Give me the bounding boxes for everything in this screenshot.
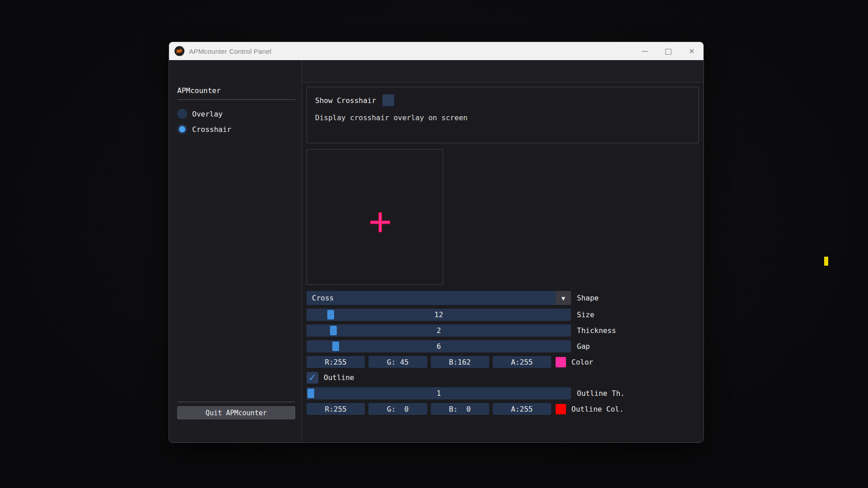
gap-slider[interactable]: 6	[307, 340, 571, 352]
shape-label: Shape	[577, 294, 599, 302]
sidebar-spacer	[176, 137, 296, 402]
app-icon	[175, 46, 184, 56]
check-icon: ✓	[308, 373, 316, 383]
color-swatch[interactable]	[556, 357, 566, 367]
desktop-background: APMcounter Control Panel — □ ✕ APMcounte…	[0, 0, 868, 488]
crosshair-graphic	[370, 212, 390, 232]
sidebar-separator	[177, 99, 295, 100]
maximize-icon: □	[665, 47, 672, 56]
outline-thickness-row: 1 Outline Th.	[307, 387, 695, 399]
apmcounter-window: APMcounter Control Panel — □ ✕ APMcounte…	[169, 42, 704, 443]
minimize-button[interactable]: —	[633, 42, 656, 60]
show-crosshair-groupbox: Show Crosshair Display crosshair overlay…	[307, 87, 699, 143]
size-value: 12	[307, 309, 571, 321]
color-row: R:255 G: 45 B:162 A:255 Color	[307, 356, 695, 368]
show-crosshair-label: Show Crosshair	[315, 96, 376, 105]
yellow-indicator	[824, 257, 828, 266]
quit-apmcounter-button[interactable]: Quit APMcounter	[177, 406, 295, 419]
outline-thickness-value: 1	[307, 387, 571, 399]
outline-color-label: Outline Col.	[571, 405, 624, 413]
color-blue-field[interactable]: B:162	[431, 356, 489, 368]
size-label: Size	[577, 310, 594, 319]
thickness-label: Thickness	[577, 326, 616, 335]
titlebar[interactable]: APMcounter Control Panel — □ ✕	[169, 42, 703, 60]
crosshair-panel: Show Crosshair Display crosshair overlay…	[302, 82, 703, 443]
shape-dropdown[interactable]: Cross ▼	[307, 291, 571, 305]
radio-crosshair-label: Crosshair	[192, 125, 231, 134]
outline-checkbox[interactable]: ✓	[307, 372, 318, 384]
shape-dropdown-value: Cross	[307, 294, 556, 302]
app-icon-glyph	[176, 49, 182, 54]
outline-color-swatch[interactable]	[556, 404, 566, 414]
outline-color-row: R:255 G: 0 B: 0 A:255 Outline Col.	[307, 403, 695, 415]
top-strip	[302, 60, 703, 82]
outline-color-blue-field[interactable]: B: 0	[431, 403, 489, 415]
outline-color-green-field[interactable]: G: 0	[368, 403, 427, 415]
thickness-value: 2	[307, 324, 571, 337]
crosshair-controls: Cross ▼ Shape 12	[307, 291, 695, 415]
sidebar-item-crosshair[interactable]: Crosshair	[176, 122, 296, 137]
shape-row: Cross ▼ Shape	[307, 291, 695, 305]
sidebar-header: APMcounter	[176, 86, 296, 95]
sidebar-item-overlay[interactable]: Overlay	[176, 106, 296, 122]
close-icon: ✕	[689, 47, 694, 56]
crosshair-vertical-bar	[379, 212, 382, 232]
window-title: APMcounter Control Panel	[189, 47, 271, 55]
show-crosshair-description: Display crosshair overlay on screen	[315, 113, 690, 122]
maximize-button[interactable]: □	[656, 42, 680, 60]
gap-label: Gap	[577, 342, 590, 351]
outline-row: ✓ Outline	[307, 371, 695, 384]
gap-row: 6 Gap	[307, 340, 695, 352]
quit-separator: Quit APMcounter	[177, 402, 295, 419]
main-area: Show Crosshair Display crosshair overlay…	[302, 60, 703, 443]
shape-dropdown-arrow-button[interactable]: ▼	[556, 291, 571, 305]
color-label: Color	[571, 358, 593, 366]
gap-value: 6	[307, 340, 571, 352]
sidebar: APMcounter Overlay Crosshair Quit APMcou…	[169, 60, 302, 443]
color-green-field[interactable]: G: 45	[368, 356, 427, 368]
thickness-slider[interactable]: 2	[307, 324, 571, 337]
size-row: 12 Size	[307, 309, 695, 321]
close-button[interactable]: ✕	[680, 42, 703, 60]
outline-color-red-field[interactable]: R:255	[307, 403, 365, 415]
outline-color-alpha-field[interactable]: A:255	[493, 403, 551, 415]
color-red-field[interactable]: R:255	[307, 356, 365, 368]
thickness-row: 2 Thickness	[307, 324, 695, 337]
radio-crosshair-icon[interactable]	[177, 124, 187, 134]
minimize-icon: —	[642, 47, 648, 55]
show-crosshair-checkbox[interactable]	[382, 94, 394, 106]
radio-overlay-icon[interactable]	[177, 109, 187, 119]
color-alpha-field[interactable]: A:255	[493, 356, 551, 368]
outline-label: Outline	[324, 373, 354, 382]
crosshair-preview	[307, 149, 443, 285]
size-slider[interactable]: 12	[307, 309, 571, 321]
chevron-down-icon: ▼	[561, 295, 565, 302]
radio-overlay-label: Overlay	[192, 110, 222, 118]
outline-thickness-label: Outline Th.	[577, 389, 625, 398]
outline-thickness-slider[interactable]: 1	[307, 387, 571, 399]
